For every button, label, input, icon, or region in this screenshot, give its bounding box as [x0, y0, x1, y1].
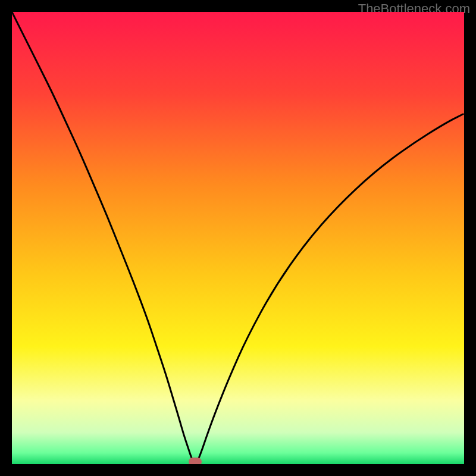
chart-frame: TheBottleneck.com — [0, 0, 476, 476]
bottleneck-curve — [12, 12, 464, 464]
plot-area — [12, 12, 464, 464]
optimal-point-marker — [189, 458, 202, 464]
